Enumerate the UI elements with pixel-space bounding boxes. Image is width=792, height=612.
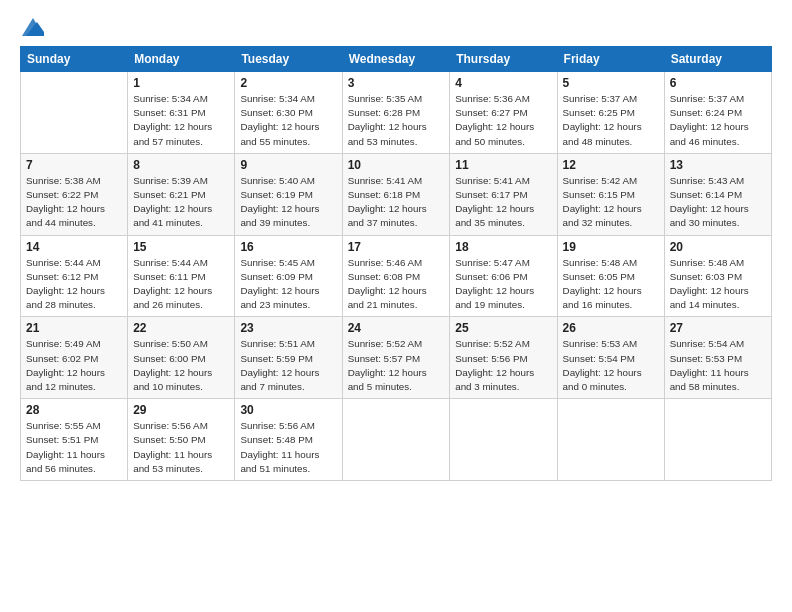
day-number: 14 xyxy=(26,240,122,254)
calendar-cell: 14Sunrise: 5:44 AM Sunset: 6:12 PM Dayli… xyxy=(21,235,128,317)
calendar-day-header: Tuesday xyxy=(235,47,342,72)
day-info: Sunrise: 5:50 AM Sunset: 6:00 PM Dayligh… xyxy=(133,337,229,394)
day-info: Sunrise: 5:34 AM Sunset: 6:31 PM Dayligh… xyxy=(133,92,229,149)
day-info: Sunrise: 5:39 AM Sunset: 6:21 PM Dayligh… xyxy=(133,174,229,231)
calendar-cell: 2Sunrise: 5:34 AM Sunset: 6:30 PM Daylig… xyxy=(235,72,342,154)
calendar-cell: 23Sunrise: 5:51 AM Sunset: 5:59 PM Dayli… xyxy=(235,317,342,399)
calendar-cell xyxy=(450,399,557,481)
day-info: Sunrise: 5:42 AM Sunset: 6:15 PM Dayligh… xyxy=(563,174,659,231)
day-info: Sunrise: 5:48 AM Sunset: 6:03 PM Dayligh… xyxy=(670,256,766,313)
day-info: Sunrise: 5:34 AM Sunset: 6:30 PM Dayligh… xyxy=(240,92,336,149)
logo-icon xyxy=(22,18,44,36)
day-info: Sunrise: 5:41 AM Sunset: 6:17 PM Dayligh… xyxy=(455,174,551,231)
day-number: 15 xyxy=(133,240,229,254)
calendar-week-row: 21Sunrise: 5:49 AM Sunset: 6:02 PM Dayli… xyxy=(21,317,772,399)
day-number: 20 xyxy=(670,240,766,254)
day-info: Sunrise: 5:48 AM Sunset: 6:05 PM Dayligh… xyxy=(563,256,659,313)
calendar-day-header: Friday xyxy=(557,47,664,72)
calendar-cell: 3Sunrise: 5:35 AM Sunset: 6:28 PM Daylig… xyxy=(342,72,450,154)
day-number: 7 xyxy=(26,158,122,172)
calendar-cell: 22Sunrise: 5:50 AM Sunset: 6:00 PM Dayli… xyxy=(128,317,235,399)
day-number: 16 xyxy=(240,240,336,254)
calendar-day-header: Wednesday xyxy=(342,47,450,72)
day-info: Sunrise: 5:37 AM Sunset: 6:25 PM Dayligh… xyxy=(563,92,659,149)
day-info: Sunrise: 5:52 AM Sunset: 5:57 PM Dayligh… xyxy=(348,337,445,394)
logo xyxy=(20,18,44,36)
day-info: Sunrise: 5:40 AM Sunset: 6:19 PM Dayligh… xyxy=(240,174,336,231)
calendar-cell: 12Sunrise: 5:42 AM Sunset: 6:15 PM Dayli… xyxy=(557,153,664,235)
calendar-cell: 4Sunrise: 5:36 AM Sunset: 6:27 PM Daylig… xyxy=(450,72,557,154)
day-info: Sunrise: 5:35 AM Sunset: 6:28 PM Dayligh… xyxy=(348,92,445,149)
calendar-cell: 16Sunrise: 5:45 AM Sunset: 6:09 PM Dayli… xyxy=(235,235,342,317)
calendar-cell: 6Sunrise: 5:37 AM Sunset: 6:24 PM Daylig… xyxy=(664,72,771,154)
calendar-cell: 17Sunrise: 5:46 AM Sunset: 6:08 PM Dayli… xyxy=(342,235,450,317)
page: SundayMondayTuesdayWednesdayThursdayFrid… xyxy=(0,0,792,612)
calendar-cell: 19Sunrise: 5:48 AM Sunset: 6:05 PM Dayli… xyxy=(557,235,664,317)
day-number: 6 xyxy=(670,76,766,90)
calendar-cell xyxy=(21,72,128,154)
day-number: 29 xyxy=(133,403,229,417)
day-number: 10 xyxy=(348,158,445,172)
day-info: Sunrise: 5:38 AM Sunset: 6:22 PM Dayligh… xyxy=(26,174,122,231)
day-number: 17 xyxy=(348,240,445,254)
day-info: Sunrise: 5:55 AM Sunset: 5:51 PM Dayligh… xyxy=(26,419,122,476)
calendar-cell: 15Sunrise: 5:44 AM Sunset: 6:11 PM Dayli… xyxy=(128,235,235,317)
calendar-cell: 30Sunrise: 5:56 AM Sunset: 5:48 PM Dayli… xyxy=(235,399,342,481)
calendar-cell: 24Sunrise: 5:52 AM Sunset: 5:57 PM Dayli… xyxy=(342,317,450,399)
calendar-cell xyxy=(664,399,771,481)
calendar-cell: 26Sunrise: 5:53 AM Sunset: 5:54 PM Dayli… xyxy=(557,317,664,399)
day-info: Sunrise: 5:41 AM Sunset: 6:18 PM Dayligh… xyxy=(348,174,445,231)
calendar-header-row: SundayMondayTuesdayWednesdayThursdayFrid… xyxy=(21,47,772,72)
calendar-day-header: Thursday xyxy=(450,47,557,72)
day-number: 21 xyxy=(26,321,122,335)
calendar-cell xyxy=(557,399,664,481)
calendar-cell: 8Sunrise: 5:39 AM Sunset: 6:21 PM Daylig… xyxy=(128,153,235,235)
calendar-cell: 10Sunrise: 5:41 AM Sunset: 6:18 PM Dayli… xyxy=(342,153,450,235)
calendar-table: SundayMondayTuesdayWednesdayThursdayFrid… xyxy=(20,46,772,481)
calendar-week-row: 7Sunrise: 5:38 AM Sunset: 6:22 PM Daylig… xyxy=(21,153,772,235)
day-info: Sunrise: 5:54 AM Sunset: 5:53 PM Dayligh… xyxy=(670,337,766,394)
day-number: 24 xyxy=(348,321,445,335)
calendar-day-header: Monday xyxy=(128,47,235,72)
day-number: 18 xyxy=(455,240,551,254)
day-number: 3 xyxy=(348,76,445,90)
calendar-cell: 9Sunrise: 5:40 AM Sunset: 6:19 PM Daylig… xyxy=(235,153,342,235)
calendar-cell: 20Sunrise: 5:48 AM Sunset: 6:03 PM Dayli… xyxy=(664,235,771,317)
calendar-cell: 27Sunrise: 5:54 AM Sunset: 5:53 PM Dayli… xyxy=(664,317,771,399)
day-info: Sunrise: 5:47 AM Sunset: 6:06 PM Dayligh… xyxy=(455,256,551,313)
day-number: 23 xyxy=(240,321,336,335)
day-number: 27 xyxy=(670,321,766,335)
day-number: 28 xyxy=(26,403,122,417)
day-number: 8 xyxy=(133,158,229,172)
day-info: Sunrise: 5:43 AM Sunset: 6:14 PM Dayligh… xyxy=(670,174,766,231)
day-number: 1 xyxy=(133,76,229,90)
calendar-cell: 18Sunrise: 5:47 AM Sunset: 6:06 PM Dayli… xyxy=(450,235,557,317)
calendar-cell: 25Sunrise: 5:52 AM Sunset: 5:56 PM Dayli… xyxy=(450,317,557,399)
day-number: 25 xyxy=(455,321,551,335)
day-info: Sunrise: 5:45 AM Sunset: 6:09 PM Dayligh… xyxy=(240,256,336,313)
calendar-cell: 11Sunrise: 5:41 AM Sunset: 6:17 PM Dayli… xyxy=(450,153,557,235)
day-info: Sunrise: 5:36 AM Sunset: 6:27 PM Dayligh… xyxy=(455,92,551,149)
calendar-cell: 13Sunrise: 5:43 AM Sunset: 6:14 PM Dayli… xyxy=(664,153,771,235)
calendar-cell: 21Sunrise: 5:49 AM Sunset: 6:02 PM Dayli… xyxy=(21,317,128,399)
day-info: Sunrise: 5:53 AM Sunset: 5:54 PM Dayligh… xyxy=(563,337,659,394)
day-info: Sunrise: 5:52 AM Sunset: 5:56 PM Dayligh… xyxy=(455,337,551,394)
calendar-week-row: 28Sunrise: 5:55 AM Sunset: 5:51 PM Dayli… xyxy=(21,399,772,481)
calendar-cell: 1Sunrise: 5:34 AM Sunset: 6:31 PM Daylig… xyxy=(128,72,235,154)
day-info: Sunrise: 5:44 AM Sunset: 6:11 PM Dayligh… xyxy=(133,256,229,313)
day-info: Sunrise: 5:46 AM Sunset: 6:08 PM Dayligh… xyxy=(348,256,445,313)
calendar-cell: 5Sunrise: 5:37 AM Sunset: 6:25 PM Daylig… xyxy=(557,72,664,154)
day-number: 4 xyxy=(455,76,551,90)
day-info: Sunrise: 5:56 AM Sunset: 5:48 PM Dayligh… xyxy=(240,419,336,476)
calendar-day-header: Sunday xyxy=(21,47,128,72)
calendar-cell: 29Sunrise: 5:56 AM Sunset: 5:50 PM Dayli… xyxy=(128,399,235,481)
calendar-day-header: Saturday xyxy=(664,47,771,72)
day-number: 19 xyxy=(563,240,659,254)
day-number: 13 xyxy=(670,158,766,172)
calendar-cell: 7Sunrise: 5:38 AM Sunset: 6:22 PM Daylig… xyxy=(21,153,128,235)
day-number: 5 xyxy=(563,76,659,90)
calendar-week-row: 14Sunrise: 5:44 AM Sunset: 6:12 PM Dayli… xyxy=(21,235,772,317)
day-info: Sunrise: 5:49 AM Sunset: 6:02 PM Dayligh… xyxy=(26,337,122,394)
calendar-cell xyxy=(342,399,450,481)
day-info: Sunrise: 5:37 AM Sunset: 6:24 PM Dayligh… xyxy=(670,92,766,149)
